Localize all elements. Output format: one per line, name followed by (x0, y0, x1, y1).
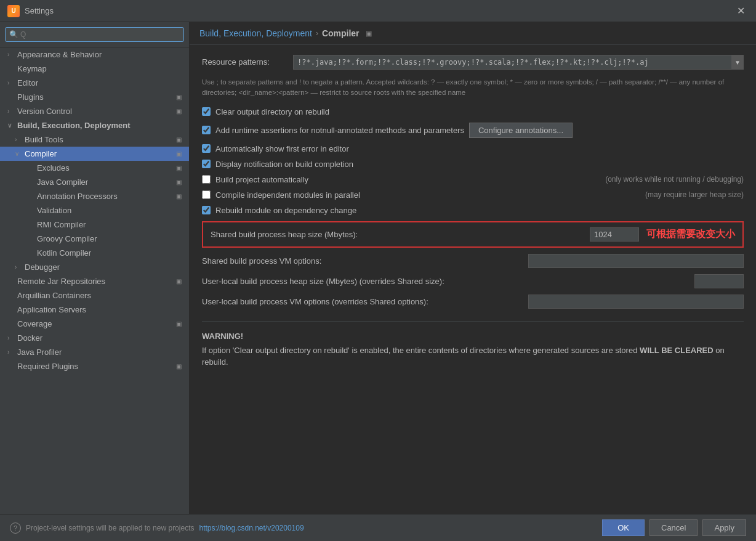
sidebar-item-coverage[interactable]: Coverage ▣ (0, 317, 189, 331)
compile-parallel-note: (may require larger heap size) (645, 190, 744, 199)
sidebar-item-remote-jar[interactable]: Remote Jar Repositories ▣ (0, 274, 189, 288)
rebuild-dependency-label: Rebuild module on dependency change (215, 206, 356, 215)
vc-icon: ▣ (176, 108, 182, 115)
sidebar-item-java-compiler[interactable]: Java Compiler ▣ (0, 175, 189, 189)
arrow-icon: ∨ (15, 150, 22, 157)
vm-options-label: Shared build process VM options: (202, 256, 523, 266)
sidebar-item-label: Excludes (37, 163, 70, 173)
sidebar-item-compiler[interactable]: ∨ Compiler ▣ (0, 147, 189, 161)
user-vm-input[interactable] (528, 295, 744, 309)
sidebar-item-docker[interactable]: › Docker (0, 331, 189, 345)
sidebar-item-label: Remote Jar Repositories (17, 277, 105, 286)
checkbox-display-notification: Display notification on build completion (202, 160, 744, 169)
rebuild-dependency-checkbox[interactable] (202, 206, 211, 214)
sidebar-item-editor[interactable]: › Editor (0, 76, 189, 90)
resource-patterns-row: Resource patterns: ▼ (202, 55, 744, 70)
sidebar: 🔍 › Appearance & Behavior Keymap › Edito… (0, 22, 190, 514)
sidebar-item-groovy-compiler[interactable]: Groovy Compiler (0, 232, 189, 246)
sidebar-item-label: Coverage (17, 319, 52, 328)
sidebar-item-rmi-compiler[interactable]: RMI Compiler (0, 218, 189, 232)
sidebar-item-label: Build, Execution, Deployment (17, 121, 130, 130)
add-assertions-label: Add runtime assertions for notnull-annot… (215, 126, 464, 135)
sidebar-item-label: Keymap (17, 64, 47, 73)
breadcrumb-current: Compiler (322, 28, 360, 38)
sidebar-item-appearance[interactable]: › Appearance & Behavior (0, 47, 189, 62)
sidebar-item-java-profiler[interactable]: › Java Profiler (0, 345, 189, 359)
app-icon: U (7, 5, 20, 17)
checkbox-build-automatically: Build project automatically (only works … (202, 175, 744, 184)
sidebar-item-build-tools[interactable]: › Build Tools ▣ (0, 132, 189, 147)
sidebar-item-version-control[interactable]: › Version Control ▣ (0, 104, 189, 118)
clear-output-label: Clear output directory on rebuild (215, 107, 329, 116)
search-wrapper: 🔍 (5, 27, 184, 42)
arrow-icon: › (7, 335, 15, 341)
resource-scroll-button[interactable]: ▼ (731, 55, 744, 70)
sidebar-item-excludes[interactable]: Excludes ▣ (0, 161, 189, 175)
arrow-icon: ∨ (7, 122, 15, 129)
heap-row: Shared build process heap size (Mbytes):… (202, 221, 744, 248)
checkbox-add-assertions: Add runtime assertions for notnull-annot… (202, 123, 744, 138)
build-automatically-checkbox[interactable] (202, 175, 211, 184)
sidebar-item-plugins[interactable]: Plugins ▣ (0, 90, 189, 104)
sidebar-item-build-execution[interactable]: ∨ Build, Execution, Deployment (0, 118, 189, 132)
breadcrumb-separator: › (316, 29, 318, 38)
sidebar-item-label: Build Tools (25, 135, 63, 144)
sidebar-item-label: Docker (17, 333, 42, 343)
warning-section: WARNING! If option 'Clear output directo… (202, 321, 744, 368)
bottom-link[interactable]: https://blog.csdn.net/v20200109 (199, 524, 304, 532)
build-automatically-note: (only works while not running / debuggin… (605, 175, 744, 184)
warning-body: If option 'Clear output directory on reb… (202, 344, 744, 368)
sidebar-item-label: RMI Compiler (37, 220, 86, 229)
sidebar-item-keymap[interactable]: Keymap (0, 62, 189, 76)
display-notification-checkbox[interactable] (202, 160, 211, 168)
arrow-icon: › (7, 79, 15, 86)
vm-options-input[interactable] (528, 254, 744, 268)
sidebar-item-kotlin-compiler[interactable]: Kotlin Compiler (0, 246, 189, 260)
compile-parallel-checkbox[interactable] (202, 190, 211, 199)
panel-body: Resource patterns: ▼ Use ; to separate p… (190, 45, 756, 514)
sidebar-item-label: Compiler (25, 149, 57, 158)
bottom-buttons: OK Cancel Apply (602, 519, 746, 536)
heap-input[interactable] (590, 227, 639, 242)
search-icon: 🔍 (9, 30, 18, 39)
arrow-icon: › (7, 349, 15, 356)
info-icon[interactable]: ? (10, 523, 21, 534)
add-assertions-checkbox[interactable] (202, 126, 211, 134)
user-heap-input[interactable] (694, 274, 744, 288)
cancel-button[interactable]: Cancel (649, 519, 698, 536)
sidebar-item-arquillian[interactable]: Arquillian Containers (0, 288, 189, 303)
sidebar-item-debugger[interactable]: › Debugger (0, 260, 189, 274)
apply-button[interactable]: Apply (702, 519, 746, 536)
heap-annotation: 可根据需要改变大小 (646, 228, 735, 241)
checkbox-show-first-error: Automatically show first error in editor (202, 144, 744, 153)
search-input[interactable] (5, 27, 184, 42)
compiler-icon: ▣ (176, 150, 182, 157)
title-bar: U Settings ✕ (0, 0, 756, 22)
display-notification-label: Display notification on build completion (215, 160, 353, 169)
panel-settings-icon: ▣ (366, 30, 372, 38)
arrow-icon: › (15, 264, 22, 270)
remote-icon: ▣ (176, 278, 182, 285)
clear-output-checkbox[interactable] (202, 107, 211, 116)
configure-annotations-button[interactable]: Configure annotations... (469, 123, 573, 138)
sidebar-item-validation[interactable]: Validation (0, 203, 189, 218)
ok-button[interactable]: OK (602, 519, 645, 536)
resource-patterns-input[interactable] (293, 55, 744, 70)
panel-header: Build, Execution, Deployment › Compiler … (190, 22, 756, 45)
compile-parallel-label: Compile independent modules in parallel (215, 190, 360, 200)
show-first-error-label: Automatically show first error in editor (215, 144, 349, 153)
close-button[interactable]: ✕ (733, 4, 749, 18)
coverage-icon: ▣ (176, 320, 182, 327)
sidebar-item-app-servers[interactable]: Application Servers (0, 303, 189, 317)
sidebar-item-label: Kotlin Compiler (37, 248, 91, 258)
warning-title: WARNING! (202, 332, 744, 341)
user-vm-label: User-local build process VM options (ove… (202, 297, 523, 306)
breadcrumb-parent[interactable]: Build, Execution, Deployment (199, 28, 312, 38)
arrow-icon: › (7, 108, 15, 115)
sidebar-item-required-plugins[interactable]: Required Plugins ▣ (0, 359, 189, 373)
build-automatically-label: Build project automatically (215, 175, 308, 184)
resource-patterns-label: Resource patterns: (202, 55, 288, 67)
sidebar-item-annotation-processors[interactable]: Annotation Processors ▣ (0, 189, 189, 203)
bottom-info: ? Project-level settings will be applied… (10, 523, 304, 534)
show-first-error-checkbox[interactable] (202, 144, 211, 153)
